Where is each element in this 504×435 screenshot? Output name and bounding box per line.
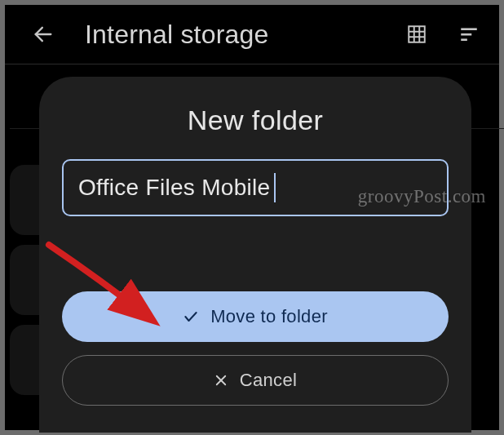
move-to-folder-button[interactable]: Move to folder <box>62 291 449 342</box>
new-folder-dialog: New folder Move to folder Cancel <box>39 77 471 433</box>
svg-rect-6 <box>461 28 477 30</box>
dialog-title: New folder <box>62 104 449 136</box>
cancel-label: Cancel <box>240 370 297 391</box>
app-frame: Internal storage New folder <box>5 5 499 430</box>
check-icon <box>183 308 199 325</box>
svg-rect-8 <box>461 38 467 41</box>
text-cursor <box>274 173 276 202</box>
grid-view-icon[interactable] <box>401 19 432 50</box>
sort-icon[interactable] <box>453 19 484 50</box>
svg-rect-7 <box>461 33 471 36</box>
move-to-folder-label: Move to folder <box>210 306 328 327</box>
back-icon[interactable] <box>28 19 59 50</box>
svg-rect-1 <box>409 26 425 42</box>
close-icon <box>214 373 228 388</box>
folder-name-input[interactable] <box>62 159 449 216</box>
cancel-button[interactable]: Cancel <box>62 355 449 406</box>
page-title: Internal storage <box>85 20 380 50</box>
folder-name-field[interactable] <box>78 175 432 201</box>
toolbar-divider <box>5 64 499 64</box>
app-toolbar: Internal storage <box>5 5 499 64</box>
